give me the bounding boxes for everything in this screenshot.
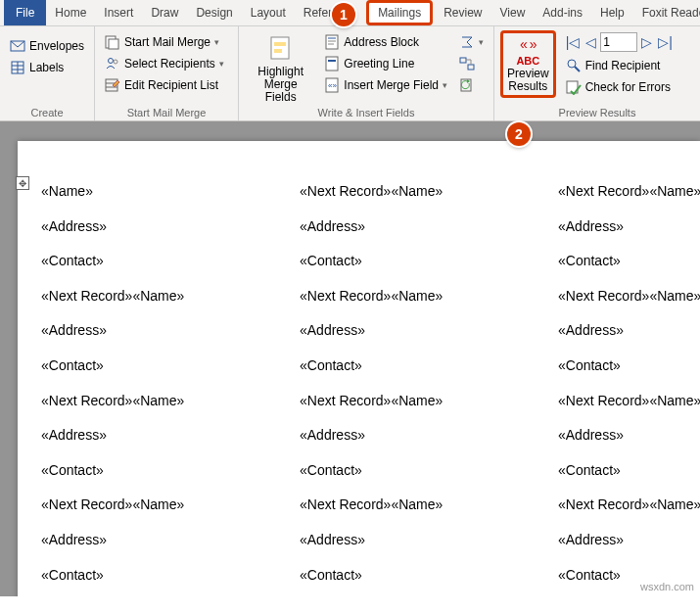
insert-field-icon: «» bbox=[324, 77, 340, 93]
tab-mailings[interactable]: Mailings bbox=[366, 0, 433, 25]
tab-view[interactable]: View bbox=[491, 0, 535, 25]
table-anchor-icon[interactable]: ✥ bbox=[16, 176, 29, 190]
start-mail-merge-label: Start Mail Merge bbox=[124, 35, 210, 49]
labels-label: Labels bbox=[29, 61, 64, 74]
field-next-name: «Next Record»«Name» bbox=[558, 496, 700, 515]
greeting-line-button[interactable]: Greeting Line bbox=[320, 54, 451, 73]
greeting-icon bbox=[324, 56, 340, 71]
field-contact: «Contact» bbox=[300, 356, 546, 376]
start-mail-merge-button[interactable]: Start Mail Merge bbox=[101, 32, 228, 52]
field-address: «Address» bbox=[558, 321, 700, 341]
svg-line-27 bbox=[575, 67, 580, 71]
envelope-icon bbox=[10, 38, 25, 54]
svg-rect-24 bbox=[468, 65, 474, 70]
envelopes-button[interactable]: Envelopes bbox=[6, 36, 88, 56]
check-errors-label: Check for Errors bbox=[585, 80, 671, 94]
preview-results-button[interactable]: « » ABC Preview Results bbox=[500, 30, 556, 98]
search-icon bbox=[566, 58, 582, 73]
check-errors-button[interactable]: Check for Errors bbox=[562, 77, 677, 97]
tab-help[interactable]: Help bbox=[591, 0, 633, 25]
field-address: «Address» bbox=[300, 426, 546, 446]
group-preview-label: Preview Results bbox=[498, 106, 696, 120]
tab-foxit[interactable]: Foxit Reader PD bbox=[633, 0, 700, 25]
address-block-icon bbox=[324, 34, 340, 50]
field-address: «Address» bbox=[41, 531, 288, 550]
tab-review[interactable]: Review bbox=[435, 0, 490, 25]
field-next-name: «Next Record»«Name» bbox=[300, 287, 546, 307]
tab-file[interactable]: File bbox=[4, 0, 46, 25]
match-icon bbox=[459, 56, 475, 71]
svg-rect-15 bbox=[326, 35, 338, 49]
page: ✥ «Name» «Address» «Contact» «Next Recor… bbox=[18, 141, 700, 596]
field-contact: «Contact» bbox=[300, 566, 546, 586]
field-address: «Address» bbox=[300, 321, 546, 341]
svg-rect-6 bbox=[109, 39, 118, 49]
preview-label-2: Results bbox=[508, 80, 547, 93]
labels-button[interactable]: Labels bbox=[6, 58, 88, 77]
rules-button[interactable] bbox=[455, 32, 488, 52]
group-create-label: Create bbox=[4, 106, 90, 120]
tab-layout[interactable]: Layout bbox=[242, 0, 295, 25]
field-address: «Address» bbox=[300, 531, 546, 550]
watermark: wsxdn.com bbox=[640, 581, 694, 592]
group-write: Highlight Merge Fields Address Block Gre… bbox=[239, 26, 494, 120]
update-labels-button[interactable] bbox=[455, 75, 488, 95]
field-address: «Address» bbox=[41, 426, 288, 446]
ribbon: Envelopes Labels Create Start Mail M bbox=[0, 26, 700, 121]
field-contact: «Contact» bbox=[41, 252, 288, 271]
edit-recipient-list-button[interactable]: Edit Recipient List bbox=[101, 75, 228, 95]
field-next-name: «Next Record»«Name» bbox=[41, 287, 288, 307]
field-contact: «Contact» bbox=[558, 252, 700, 271]
record-number-input[interactable] bbox=[600, 32, 637, 52]
tab-insert[interactable]: Insert bbox=[95, 0, 142, 25]
label-grid: «Name» «Address» «Contact» «Next Record»… bbox=[18, 178, 700, 596]
field-address: «Address» bbox=[41, 321, 288, 341]
insert-merge-field-label: Insert Merge Field bbox=[344, 78, 439, 92]
svg-point-8 bbox=[114, 60, 117, 64]
last-record-button[interactable]: ▷| bbox=[656, 34, 675, 50]
highlight-label-2: Merge Fields bbox=[249, 78, 312, 104]
svg-rect-19 bbox=[326, 57, 338, 71]
svg-point-7 bbox=[109, 59, 114, 64]
field-name: «Name» bbox=[41, 182, 288, 202]
edit-list-icon bbox=[105, 77, 120, 93]
tab-design[interactable]: Design bbox=[187, 0, 241, 25]
recipients-icon bbox=[105, 56, 120, 71]
tab-addins[interactable]: Add-ins bbox=[534, 0, 591, 25]
field-next-name: «Next Record»«Name» bbox=[300, 496, 546, 515]
field-next-name: «Next Record»«Name» bbox=[558, 392, 700, 411]
match-fields-button[interactable] bbox=[455, 54, 488, 73]
address-block-label: Address Block bbox=[344, 35, 419, 49]
svg-point-26 bbox=[568, 60, 576, 68]
svg-rect-13 bbox=[274, 42, 286, 46]
field-contact: «Contact» bbox=[41, 566, 288, 586]
group-preview: « » ABC Preview Results |◁ ◁ ▷ ▷| bbox=[494, 26, 700, 120]
svg-rect-14 bbox=[274, 49, 282, 53]
find-recipient-label: Find Recipient bbox=[585, 59, 661, 72]
svg-text:«»: «» bbox=[328, 81, 337, 90]
field-contact: «Contact» bbox=[558, 461, 700, 481]
field-next-name: «Next Record»«Name» bbox=[41, 496, 288, 515]
address-block-button[interactable]: Address Block bbox=[320, 32, 451, 52]
insert-merge-field-button[interactable]: «» Insert Merge Field bbox=[320, 75, 451, 95]
select-recipients-label: Select Recipients bbox=[124, 57, 215, 71]
callout-1: 1 bbox=[332, 3, 355, 26]
field-next-name: «Next Record»«Name» bbox=[300, 392, 546, 411]
find-recipient-button[interactable]: Find Recipient bbox=[562, 56, 677, 75]
document-area: ✥ «Name» «Address» «Contact» «Next Recor… bbox=[0, 121, 700, 596]
mail-merge-icon bbox=[105, 34, 120, 50]
tab-draw[interactable]: Draw bbox=[142, 0, 187, 25]
tab-home[interactable]: Home bbox=[46, 0, 95, 25]
label-cell: «Next Record»«Name» «Address» «Contact» … bbox=[294, 178, 552, 596]
check-icon bbox=[566, 79, 582, 95]
next-record-button[interactable]: ▷ bbox=[639, 34, 654, 50]
highlight-icon bbox=[265, 32, 297, 64]
highlight-merge-fields-button[interactable]: Highlight Merge Fields bbox=[243, 28, 318, 104]
first-record-button[interactable]: |◁ bbox=[564, 34, 583, 50]
svg-rect-12 bbox=[271, 37, 289, 59]
rules-icon bbox=[459, 34, 475, 50]
select-recipients-button[interactable]: Select Recipients bbox=[101, 54, 228, 73]
prev-record-button[interactable]: ◁ bbox=[583, 34, 598, 50]
label-cell: «Name» «Address» «Contact» «Next Record»… bbox=[35, 178, 294, 596]
group-startmm-label: Start Mail Merge bbox=[99, 106, 234, 120]
